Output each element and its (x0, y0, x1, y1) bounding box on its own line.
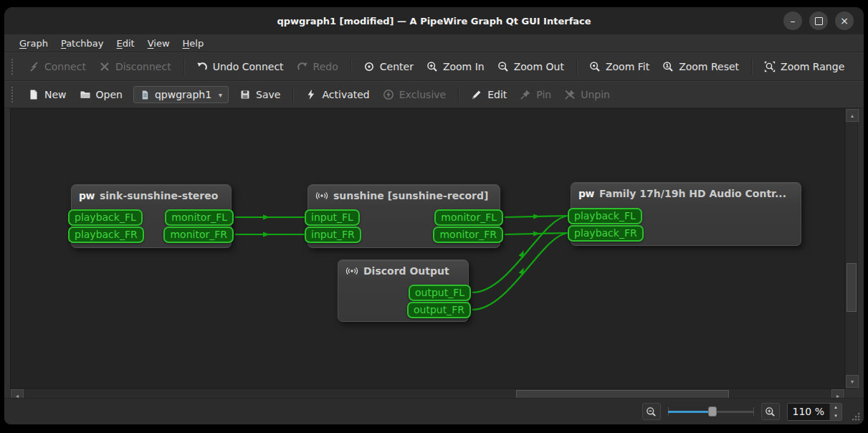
redo-button[interactable]: Redo (290, 57, 345, 76)
exclusive-bolt-icon (383, 89, 394, 100)
toolbar-separator (576, 59, 577, 75)
center-button[interactable]: Center (357, 57, 420, 76)
chevron-down-icon: ▾ (219, 91, 222, 99)
menubar: Graph Patchbay Edit View Help (4, 34, 864, 52)
zoom-percent-value[interactable]: 110 % (788, 404, 829, 420)
zoom-reset-icon: 1 (662, 61, 674, 72)
port-output[interactable]: monitor_FR (163, 227, 234, 243)
zoom-out-button[interactable]: Zoom Out (491, 57, 571, 76)
toolbar-drag-handle[interactable] (11, 87, 16, 103)
redo-icon (297, 61, 308, 72)
vertical-scroll-thumb[interactable] (846, 263, 857, 312)
exclusive-button[interactable]: Exclusive (376, 85, 452, 104)
port-input[interactable]: input_FL (305, 209, 360, 226)
scroll-up-button[interactable]: ▴ (846, 109, 859, 122)
toolbar-drag-handle[interactable] (11, 59, 16, 75)
menu-edit[interactable]: Edit (110, 37, 141, 50)
spin-up-button[interactable]: ▴ (830, 404, 841, 412)
node-header[interactable]: Discord Output (338, 260, 468, 282)
zoom-reset-button[interactable]: 1 Zoom Reset (656, 57, 745, 76)
menu-patchbay[interactable]: Patchbay (54, 37, 110, 50)
activated-button[interactable]: Activated (299, 85, 376, 104)
patchbay-combobox[interactable]: qpwgraph1 ▾ (133, 86, 229, 103)
unpin-button[interactable]: Unpin (558, 85, 616, 104)
port-input[interactable]: playback_FR (68, 227, 144, 243)
disconnect-icon (99, 61, 110, 72)
connections-layer (11, 109, 845, 389)
toolbar-separator (183, 59, 184, 75)
menu-help[interactable]: Help (176, 37, 211, 50)
save-button[interactable]: Save (233, 85, 287, 104)
node-header[interactable]: sunshine [sunshine-record] (308, 185, 500, 206)
zoom-percent-spinbox[interactable]: 110 % ▴ ▾ (787, 403, 842, 421)
minimize-icon: – (791, 16, 796, 26)
port-input[interactable]: playback_FL (68, 209, 143, 226)
close-button[interactable]: × (835, 11, 854, 30)
new-button[interactable]: New (22, 85, 73, 104)
toolbar-separator (292, 87, 293, 103)
node-header[interactable]: pw Family 17h/19h HD Audio Contr... (571, 183, 801, 204)
cable-arrow-icon (263, 232, 270, 237)
center-icon (363, 61, 375, 72)
zoom-out-small-button[interactable] (642, 403, 661, 420)
arrow-down-icon: ▾ (830, 413, 841, 419)
scroll-down-button[interactable]: ▾ (846, 375, 859, 388)
undo-icon (196, 61, 208, 72)
broadcast-icon (315, 190, 328, 201)
zoom-fit-button[interactable]: Zoom Fit (583, 57, 656, 76)
window-controls: – × (783, 11, 854, 30)
patchbay-file-icon (140, 90, 151, 100)
port-output[interactable]: monitor_FL (165, 209, 234, 226)
menu-graph[interactable]: Graph (13, 37, 54, 50)
arrow-down-icon: ▾ (851, 379, 854, 385)
connect-button[interactable]: Connect (22, 57, 92, 76)
arrow-up-icon: ▴ (830, 404, 841, 410)
port-output[interactable]: output_FR (407, 302, 471, 318)
unpin-icon (564, 89, 576, 100)
minimize-button[interactable]: – (783, 11, 802, 30)
toolbar-main: Connect Disconnect Undo Connect Redo Cen… (4, 52, 864, 81)
slider-handle[interactable] (708, 406, 717, 417)
toolbar-separator (350, 59, 351, 75)
zoom-range-button[interactable]: Zoom Range (758, 57, 851, 76)
zoom-slider[interactable] (668, 404, 754, 419)
close-icon: × (840, 16, 849, 26)
zoom-in-icon (426, 61, 438, 72)
pin-button[interactable]: Pin (513, 85, 558, 104)
port-output[interactable]: monitor_FL (434, 209, 503, 226)
pipewire-icon: pw (79, 190, 95, 201)
arrow-up-icon: ▴ (851, 113, 854, 119)
port-input[interactable]: input_FR (305, 227, 361, 243)
zoom-range-icon (764, 61, 776, 72)
menu-view[interactable]: View (141, 37, 176, 50)
spin-down-button[interactable]: ▾ (830, 411, 841, 420)
node-title: sink-sunshine-stereo (100, 190, 218, 201)
toolbar-separator (751, 59, 752, 75)
zoom-in-small-button[interactable] (761, 403, 780, 420)
node-title: Family 17h/19h HD Audio Contr... (599, 188, 786, 199)
port-input[interactable]: playback_FR (568, 225, 644, 242)
canvas-area: pw sink-sunshine-stereo sunshine [sunshi… (4, 108, 864, 398)
open-button[interactable]: Open (73, 85, 129, 104)
port-input[interactable]: playback_FL (568, 208, 642, 224)
disconnect-button[interactable]: Disconnect (92, 57, 178, 76)
spin-buttons: ▴ ▾ (829, 404, 841, 420)
new-file-icon (28, 89, 39, 100)
undo-connect-button[interactable]: Undo Connect (190, 57, 290, 76)
port-output[interactable]: monitor_FR (433, 227, 503, 243)
vertical-scrollbar[interactable]: ▴ ▾ (845, 108, 858, 389)
edit-button[interactable]: Edit (464, 85, 513, 104)
toolbar-separator (458, 87, 459, 103)
cable-arrow-icon (533, 214, 540, 219)
zoom-in-icon (765, 406, 776, 417)
connect-icon (28, 61, 39, 72)
resize-grip[interactable] (852, 412, 861, 422)
window-title: qpwgraph1 [modified] — A PipeWire Graph … (277, 16, 591, 27)
zoom-in-button[interactable]: Zoom In (420, 57, 491, 76)
node-header[interactable]: pw sink-sunshine-stereo (72, 185, 231, 206)
edit-pencil-icon (471, 89, 482, 100)
graph-viewport[interactable]: pw sink-sunshine-stereo sunshine [sunshi… (10, 108, 845, 389)
titlebar[interactable]: qpwgraph1 [modified] — A PipeWire Graph … (4, 7, 864, 34)
maximize-button[interactable] (809, 11, 828, 30)
port-output[interactable]: output_FL (409, 285, 471, 301)
